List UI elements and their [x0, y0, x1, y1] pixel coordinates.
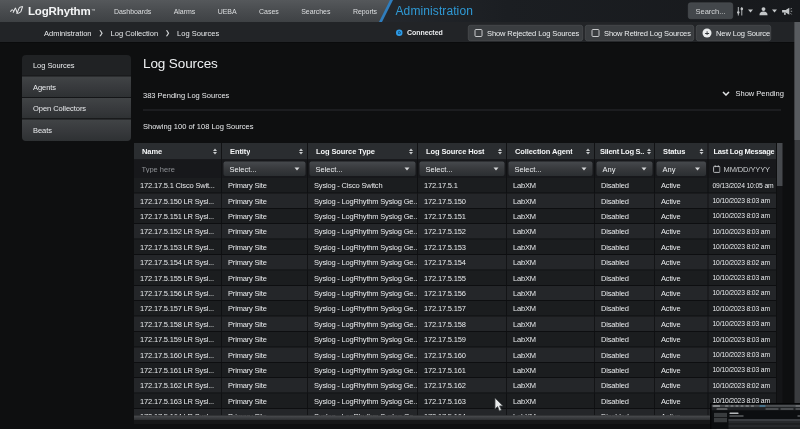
- table-row[interactable]: 172.17.5.160 LR Sysl...Primary SiteSyslo…: [134, 347, 776, 362]
- breadcrumb-administration[interactable]: Administration: [44, 28, 92, 37]
- table-cell: LabXM: [507, 378, 595, 392]
- nav-item-cases[interactable]: Cases: [259, 7, 279, 15]
- table-vertical-scrollbar-thumb[interactable]: [777, 143, 783, 186]
- nav-item-ueba[interactable]: UEBA: [218, 7, 237, 15]
- filter-cell-silent-log-source: Any: [595, 160, 655, 179]
- filter-cell-entity: Select...: [222, 160, 308, 179]
- table-vertical-scrollbar[interactable]: [777, 143, 783, 416]
- table-horizontal-scrollbar-thumb[interactable]: [134, 416, 776, 421]
- table-header-row: Name Entity Log Source Type Log Source H…: [134, 143, 776, 160]
- table-cell: 172.17.5.155: [418, 270, 507, 284]
- table-cell: Disabled: [595, 301, 655, 315]
- show-pending-label: Show Pending: [736, 89, 784, 98]
- column-header-name[interactable]: Name: [134, 143, 222, 160]
- pip-content: [712, 411, 800, 429]
- table-row[interactable]: 172.17.5.162 LR Sysl...Primary SiteSyslo…: [134, 378, 776, 393]
- show-retired-checkbox[interactable]: [592, 29, 600, 37]
- log-source-host-filter-dropdown[interactable]: Select...: [420, 162, 505, 177]
- column-header-collection-agent[interactable]: Collection Agent: [507, 143, 595, 160]
- breadcrumb-log-collection[interactable]: Log Collection: [111, 28, 159, 37]
- table-cell: 172.17.5.161 LR Sysl...: [134, 363, 222, 377]
- sidebar-item-log-sources[interactable]: Log Sources: [22, 55, 131, 77]
- table-cell: Active: [655, 224, 709, 238]
- show-retired-log-sources-button[interactable]: Show Retired Log Sources: [585, 25, 694, 41]
- megaphone-icon[interactable]: [781, 5, 793, 17]
- table-row[interactable]: 172.17.5.150 LR Sysl...Primary SiteSyslo…: [134, 193, 776, 208]
- table-row[interactable]: 172.17.5.155 LR Sysl...Primary SiteSyslo…: [134, 270, 776, 285]
- table-cell: Syslog - LogRhythm Syslog Ge...: [308, 286, 418, 300]
- logrhythm-wave-icon: [10, 6, 24, 17]
- date-filter-input[interactable]: MM/DD/YYYY: [709, 165, 771, 174]
- connected-status-icon: [396, 29, 403, 36]
- table-cell: Primary Site: [222, 394, 308, 408]
- collection-agent-filter-dropdown[interactable]: Select...: [509, 162, 593, 177]
- filter-sliders-icon[interactable]: [736, 5, 745, 18]
- table-cell: 172.17.5.162: [418, 378, 507, 392]
- nav-item-dashboards[interactable]: Dashboards: [114, 7, 151, 15]
- table-row[interactable]: 172.17.5.1 Cisco Swit...Primary SiteSysl…: [134, 178, 776, 193]
- administration-label: Administration: [396, 4, 473, 18]
- connection-status: Connected: [396, 22, 443, 43]
- table-row[interactable]: 172.17.5.157 LR Sysl...Primary SiteSyslo…: [134, 301, 776, 316]
- sidebar-item-open-collectors[interactable]: Open Collectors: [22, 98, 131, 120]
- page-vertical-scrollbar-thumb[interactable]: [795, 22, 800, 140]
- logrhythm-logo[interactable]: LogRhythm™: [10, 0, 96, 22]
- nav-item-reports[interactable]: Reports: [353, 7, 377, 15]
- table-row[interactable]: 172.17.5.159 LR Sysl...Primary SiteSyslo…: [134, 332, 776, 347]
- table-cell: 10/10/2023 8:03 am: [709, 332, 777, 346]
- breadcrumb-separator-icon: ❯: [158, 29, 177, 36]
- table-row[interactable]: 172.17.5.152 LR Sysl...Primary SiteSyslo…: [134, 224, 776, 239]
- table-cell: LabXM: [507, 178, 595, 192]
- table-cell: LabXM: [507, 301, 595, 315]
- table-row[interactable]: 172.17.5.151 LR Sysl...Primary SiteSyslo…: [134, 209, 776, 224]
- table-row[interactable]: 172.17.5.154 LR Sysl...Primary SiteSyslo…: [134, 255, 776, 270]
- table-cell: Disabled: [595, 347, 655, 361]
- filter-menu-caret-icon[interactable]: [748, 10, 753, 13]
- chevron-down-icon: [722, 91, 730, 96]
- log-source-type-filter-dropdown[interactable]: Select...: [310, 162, 416, 177]
- table-cell: 10/10/2023 8:02 am: [709, 286, 777, 300]
- table-row[interactable]: 172.17.5.156 LR Sysl...Primary SiteSyslo…: [134, 286, 776, 301]
- sort-icon: [299, 148, 303, 154]
- name-filter-input[interactable]: [134, 160, 221, 179]
- column-header-entity[interactable]: Entity: [222, 143, 308, 160]
- sort-icon: [213, 148, 217, 154]
- show-rejected-checkbox[interactable]: [475, 29, 483, 37]
- column-header-silent-log-source[interactable]: Silent Log S...: [595, 143, 655, 160]
- status-filter-dropdown[interactable]: Any: [657, 162, 707, 177]
- sort-icon: [498, 148, 502, 154]
- column-header-log-source-host[interactable]: Log Source Host: [418, 143, 507, 160]
- breadcrumb-separator-icon: ❯: [92, 29, 111, 36]
- table-cell: 172.17.5.150 LR Sysl...: [134, 193, 222, 207]
- breadcrumb: Administration ❯ Log Collection ❯ Log So…: [44, 22, 219, 43]
- new-log-source-button[interactable]: + New Log Source: [696, 25, 771, 41]
- table-cell: Primary Site: [222, 332, 308, 346]
- user-icon[interactable]: [759, 6, 769, 17]
- sidebar-item-beats[interactable]: Beats: [22, 120, 131, 142]
- active-section-title[interactable]: Administration: [396, 0, 473, 22]
- nav-item-searches[interactable]: Searches: [301, 7, 330, 15]
- page-vertical-scrollbar[interactable]: [795, 22, 800, 429]
- table-row[interactable]: 172.17.5.153 LR Sysl...Primary SiteSyslo…: [134, 240, 776, 255]
- column-label: Log Source Host: [426, 147, 485, 156]
- user-menu-caret-icon[interactable]: [772, 10, 777, 13]
- entity-filter-dropdown[interactable]: Select...: [224, 162, 306, 177]
- nav-item-alarms[interactable]: Alarms: [174, 7, 195, 15]
- screen-share-preview[interactable]: [710, 403, 800, 429]
- sidebar-item-agents[interactable]: Agents: [22, 77, 131, 99]
- table-cell: Active: [655, 286, 709, 300]
- silent-log-source-filter-dropdown[interactable]: Any: [597, 162, 653, 177]
- column-header-log-source-type[interactable]: Log Source Type: [308, 143, 418, 160]
- table-horizontal-scrollbar[interactable]: [134, 416, 776, 425]
- show-pending-toggle[interactable]: Show Pending: [722, 89, 784, 98]
- column-header-last-log-message[interactable]: Last Log Message: [709, 143, 777, 160]
- table-cell: Syslog - LogRhythm Syslog Ge...: [308, 332, 418, 346]
- table-cell: Syslog - LogRhythm Syslog Ge...: [308, 347, 418, 361]
- show-rejected-log-sources-button[interactable]: Show Rejected Log Sources: [468, 25, 583, 41]
- search-button[interactable]: Search...: [688, 3, 733, 20]
- table-row[interactable]: 172.17.5.163 LR Sysl...Primary SiteSyslo…: [134, 394, 776, 409]
- column-header-status[interactable]: Status: [655, 143, 709, 160]
- breadcrumb-log-sources[interactable]: Log Sources: [177, 28, 219, 37]
- table-row[interactable]: 172.17.5.161 LR Sysl...Primary SiteSyslo…: [134, 363, 776, 378]
- table-row[interactable]: 172.17.5.158 LR Sysl...Primary SiteSyslo…: [134, 317, 776, 332]
